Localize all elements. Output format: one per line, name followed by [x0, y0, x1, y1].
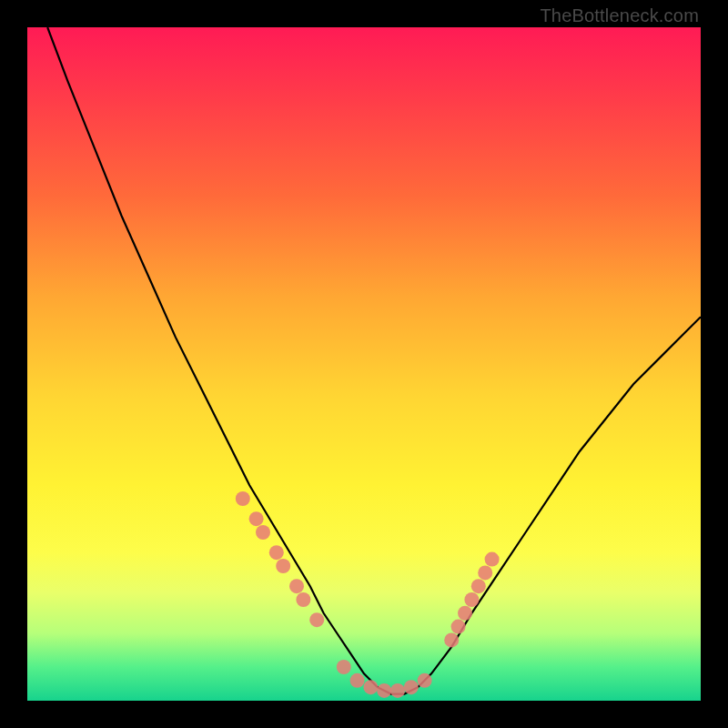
chart-frame: TheBottleneck.com — [0, 0, 728, 728]
data-point — [377, 683, 391, 698]
data-point — [289, 579, 304, 593]
data-point — [451, 620, 466, 634]
data-point — [390, 683, 405, 698]
data-point — [296, 592, 310, 607]
plot-area — [27, 27, 701, 701]
data-point — [249, 511, 264, 526]
data-point — [309, 612, 324, 627]
data-point — [458, 606, 472, 621]
data-markers — [236, 491, 500, 698]
data-point — [236, 491, 250, 506]
data-point — [256, 525, 270, 540]
data-point — [404, 680, 419, 694]
data-point — [269, 545, 284, 560]
data-point — [363, 680, 378, 694]
data-point — [485, 552, 500, 567]
data-point — [464, 592, 479, 607]
data-point — [337, 660, 351, 674]
data-point — [276, 559, 290, 573]
data-point — [350, 673, 365, 688]
data-point — [471, 579, 486, 593]
watermark-text: TheBottleneck.com — [540, 5, 699, 26]
data-point — [478, 565, 492, 580]
data-point — [418, 673, 432, 688]
chart-svg — [27, 27, 701, 701]
data-point — [444, 632, 459, 647]
bottleneck-curve — [47, 27, 701, 694]
